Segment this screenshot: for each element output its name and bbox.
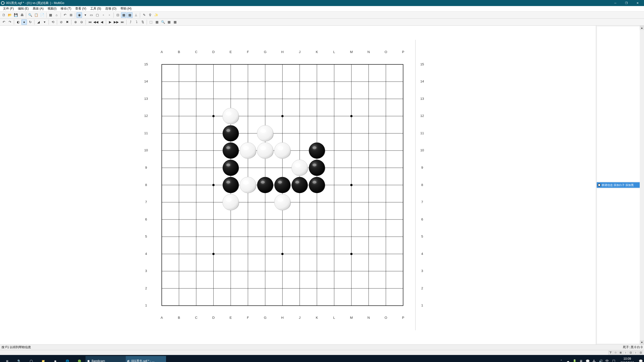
tray-icon-2[interactable]: 🔋: [572, 359, 577, 362]
toolbar-button-5[interactable]: 🔍: [27, 12, 33, 18]
close-button[interactable]: ✕: [632, 0, 643, 6]
scroll-down-icon[interactable]: ▾: [640, 340, 644, 344]
toolbar-button-17[interactable]: ▭: [89, 12, 94, 18]
stone-black[interactable]: [222, 143, 238, 159]
toolbar-button-8[interactable]: ▾: [42, 19, 47, 25]
board-container[interactable]: AABBCCDDEEFFGGHHJJKKLLMMNNOOPP1122334455…: [137, 30, 459, 340]
status-mini-1[interactable]: □: [613, 351, 618, 355]
stone-white[interactable]: [222, 194, 238, 210]
toolbar-button-16[interactable]: ▾: [83, 12, 88, 18]
stone-black[interactable]: [309, 177, 325, 193]
stone-black[interactable]: [309, 143, 325, 159]
toolbar-button-13[interactable]: ✖: [64, 19, 70, 25]
menu-item-3[interactable]: 视图(I): [46, 6, 58, 11]
toolbar-button-15[interactable]: ⊕: [73, 19, 78, 25]
stone-black[interactable]: [222, 125, 238, 141]
toolbar-button-3[interactable]: 🖶: [19, 12, 25, 18]
toolbar-button-20[interactable]: ◀: [99, 19, 105, 25]
toolbar-button-23[interactable]: ▶▶: [113, 19, 119, 25]
menu-item-0[interactable]: 文件 (F): [1, 6, 16, 11]
toolbar-button-1[interactable]: 📂: [7, 12, 13, 18]
toolbar-button-29[interactable]: ✨: [153, 12, 159, 18]
stone-white[interactable]: [240, 143, 256, 159]
toolbar-button-26[interactable]: ⤴: [128, 19, 133, 25]
toolbar-button-24[interactable]: ⏭: [119, 19, 125, 25]
tray-icon-5[interactable]: 🖧: [592, 359, 596, 362]
menu-item-2[interactable]: 高级 (A): [31, 6, 46, 11]
toolbar-button-22[interactable]: ▶: [107, 19, 113, 25]
toolbar-button-31[interactable]: ▦: [154, 19, 160, 25]
tray-icon-0[interactable]: ˄: [559, 359, 564, 362]
stone-white[interactable]: [274, 143, 290, 159]
toolbar-button-10[interactable]: ⌂: [54, 12, 59, 18]
maximize-button[interactable]: ❐: [621, 0, 632, 6]
status-mini-5[interactable]: ↕: [633, 351, 638, 355]
scroll-up-icon[interactable]: ▴: [640, 26, 644, 30]
stone-white[interactable]: [274, 194, 290, 210]
taskbar-app-1[interactable]: ◐001黑先.sgf * - ...: [126, 356, 166, 362]
tray-icon-1[interactable]: ☁: [566, 359, 570, 362]
menu-item-6[interactable]: 工具 (S): [88, 6, 103, 11]
menu-item-7[interactable]: 选项 (O): [103, 6, 118, 11]
menu-item-8[interactable]: 帮助 (H): [118, 6, 134, 11]
scroll-track[interactable]: [640, 30, 644, 340]
toolbar-button-19[interactable]: ◀◀: [93, 19, 99, 25]
toolbar-button-32[interactable]: 🔍: [160, 19, 166, 25]
toolbar-button-25[interactable]: ⊥: [133, 12, 139, 18]
stone-white[interactable]: [257, 125, 273, 141]
tray-icon-7[interactable]: 中: [605, 359, 610, 362]
notifications-button[interactable]: 💬: [638, 359, 643, 362]
stone-black[interactable]: [257, 177, 273, 193]
status-mini-3[interactable]: ↕: [623, 351, 628, 355]
toolbar-button-1[interactable]: ↷: [7, 19, 13, 25]
tray-icon-4[interactable]: 💬: [585, 359, 590, 362]
tray-icon-6[interactable]: 🔊: [598, 359, 603, 362]
stone-black[interactable]: [309, 160, 325, 176]
status-mini-2[interactable]: ⊞: [618, 351, 623, 355]
stone-black[interactable]: [222, 160, 238, 176]
toolbar-button-33[interactable]: ▦: [166, 19, 172, 25]
stone-white[interactable]: [240, 177, 256, 193]
taskbar-pin-2[interactable]: 🌐: [61, 356, 73, 362]
toolbar-button-15[interactable]: ◉: [76, 12, 82, 18]
toolbar-button-24[interactable]: ▦: [127, 12, 133, 18]
toolbar-button-0[interactable]: ↶: [1, 19, 7, 25]
toolbar-button-5[interactable]: ↻: [27, 19, 33, 25]
toolbar-button-34[interactable]: ▦: [172, 19, 178, 25]
toolbar-button-10[interactable]: ⟲: [50, 19, 56, 25]
toolbar-button-27[interactable]: ⤵: [134, 19, 139, 25]
toolbar-button-3[interactable]: ◐: [15, 19, 21, 25]
toolbar-button-7[interactable]: 📄: [39, 12, 45, 18]
go-board[interactable]: AABBCCDDEEFFGGHHJJKKLLMMNNOOPP1122334455…: [137, 30, 459, 340]
toolbar-button-16[interactable]: ⊖: [79, 19, 84, 25]
toolbar-button-20[interactable]: ▫: [107, 12, 112, 18]
menu-item-1[interactable]: 编辑 (E): [16, 6, 31, 11]
tray-icon-8[interactable]: ☐: [612, 359, 616, 362]
side-scrollbar[interactable]: ▴ ▾: [640, 26, 644, 344]
toolbar-button-13[interactable]: ⊞: [68, 12, 74, 18]
toolbar-button-9[interactable]: ▦: [48, 12, 53, 18]
toolbar-button-12[interactable]: ⊘: [58, 19, 64, 25]
side-panel-info[interactable]: 棋谱信息 添加白子 添加黑: [597, 182, 643, 188]
toolbar-button-28[interactable]: ⇅: [140, 19, 145, 25]
status-mini-6[interactable]: ⊡: [638, 351, 643, 355]
toolbar-button-19[interactable]: ▫: [101, 12, 106, 18]
stone-white[interactable]: [292, 160, 308, 176]
clock[interactable]: 10:09 2019/9/16: [618, 357, 636, 362]
taskbar-pin-3[interactable]: 🟢: [73, 356, 86, 362]
stone-black[interactable]: [292, 177, 308, 193]
stone-black[interactable]: [222, 177, 238, 193]
stone-black[interactable]: [274, 177, 290, 193]
toolbar-button-27[interactable]: ✎: [141, 12, 147, 18]
stone-white[interactable]: [222, 108, 238, 124]
taskbar-pin-0[interactable]: 📁: [37, 356, 49, 362]
toolbar-button-2[interactable]: 💾: [13, 12, 19, 18]
toolbar-button-28[interactable]: ⚲: [147, 12, 153, 18]
status-mini-4[interactable]: ⊡: [628, 351, 633, 355]
toolbar-button-23[interactable]: ▦: [121, 12, 127, 18]
menu-item-4[interactable]: 移动 (T): [59, 6, 73, 11]
tray-icon-3[interactable]: 🖥: [579, 359, 583, 362]
toolbar-button-0[interactable]: 🗋: [1, 12, 7, 18]
toolbar-button-22[interactable]: ⊡: [115, 12, 120, 18]
search-button[interactable]: 🔍: [13, 356, 25, 362]
